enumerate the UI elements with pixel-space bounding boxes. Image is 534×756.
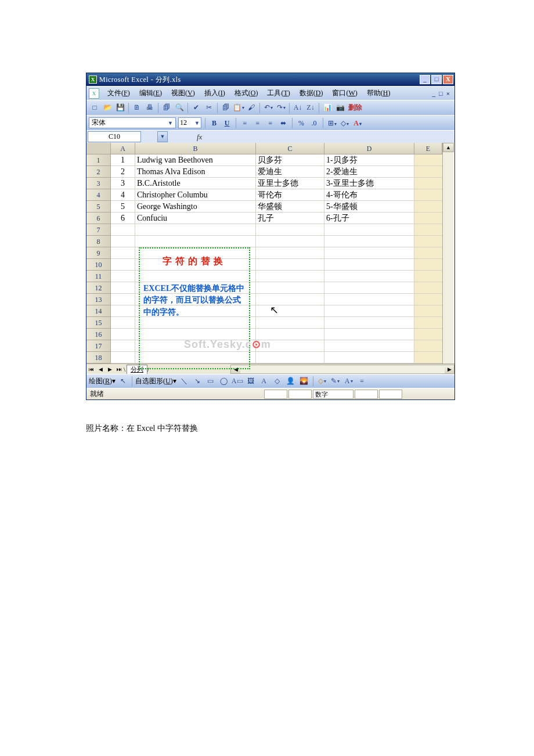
line-icon[interactable]: ＼ bbox=[178, 376, 190, 387]
menu-data[interactable]: 数据(D) bbox=[295, 87, 328, 99]
chart-icon[interactable]: 📊 bbox=[322, 102, 333, 114]
cell[interactable] bbox=[324, 236, 414, 247]
row-header[interactable]: 16 bbox=[86, 329, 111, 340]
row-header[interactable]: 15 bbox=[86, 317, 111, 329]
row-header[interactable]: 11 bbox=[86, 271, 111, 282]
cell[interactable]: 5 bbox=[111, 201, 135, 213]
insert-picture-icon[interactable]: 🖼 bbox=[245, 376, 257, 387]
arrow-icon[interactable]: ↘ bbox=[192, 376, 203, 387]
row-header[interactable]: 3 bbox=[86, 178, 111, 189]
scroll-right-icon[interactable]: ▶ bbox=[445, 365, 454, 373]
cell[interactable] bbox=[135, 317, 256, 329]
rectangle-icon[interactable]: ▭ bbox=[205, 376, 217, 387]
merge-center-button[interactable]: ⬌ bbox=[278, 118, 288, 128]
textbox-icon[interactable]: A▭ bbox=[232, 376, 243, 387]
cell[interactable] bbox=[135, 294, 256, 305]
cell[interactable] bbox=[414, 294, 442, 305]
cell[interactable] bbox=[256, 352, 324, 363]
cell[interactable] bbox=[324, 259, 414, 271]
cell[interactable] bbox=[135, 224, 256, 236]
fill-color-button[interactable]: ◇ bbox=[340, 118, 350, 128]
align-right-button[interactable]: ≡ bbox=[265, 118, 276, 128]
cell[interactable] bbox=[135, 282, 256, 294]
cell[interactable] bbox=[256, 259, 324, 271]
cell[interactable] bbox=[111, 247, 135, 259]
scroll-left-icon[interactable]: ◀ bbox=[231, 365, 240, 373]
scroll-up-icon[interactable]: ▲ bbox=[443, 143, 454, 152]
cell[interactable] bbox=[414, 166, 442, 178]
col-header-e[interactable]: E bbox=[414, 143, 442, 154]
close-button[interactable]: X bbox=[443, 75, 453, 84]
cell[interactable] bbox=[414, 352, 442, 363]
new-icon[interactable]: □ bbox=[89, 102, 100, 114]
align-left-button[interactable]: ≡ bbox=[240, 118, 250, 128]
cell[interactable] bbox=[414, 259, 442, 271]
col-header-a[interactable]: A bbox=[111, 143, 135, 154]
cell[interactable]: George Washingto bbox=[135, 201, 256, 213]
permission-icon[interactable]: 🗎 bbox=[131, 102, 143, 114]
sort-asc-icon[interactable]: A↓ bbox=[292, 102, 304, 114]
menu-tools[interactable]: 工具(T) bbox=[262, 87, 294, 99]
menu-view[interactable]: 视图(V) bbox=[167, 87, 200, 99]
cell[interactable] bbox=[111, 224, 135, 236]
cell[interactable] bbox=[324, 294, 414, 305]
cell[interactable] bbox=[256, 224, 324, 236]
cell[interactable] bbox=[324, 224, 414, 236]
cell[interactable] bbox=[111, 329, 135, 340]
cell[interactable]: Confuciu bbox=[135, 213, 256, 224]
row-header[interactable]: 2 bbox=[86, 166, 111, 178]
cut-icon[interactable]: ✂ bbox=[203, 102, 215, 114]
row-header[interactable]: 14 bbox=[86, 305, 111, 317]
cell[interactable]: 爱迪生 bbox=[256, 166, 324, 178]
spreadsheet-grid[interactable]: A B C D E ▲ 1 1 Ludwig van Beethoven 贝多芬… bbox=[86, 143, 454, 363]
clipart-icon[interactable]: 👤 bbox=[285, 376, 297, 387]
cell[interactable] bbox=[414, 317, 442, 329]
borders-button[interactable]: ⊞ bbox=[327, 118, 337, 128]
col-header-c[interactable]: C bbox=[256, 143, 324, 154]
wordart-icon[interactable]: A bbox=[258, 376, 270, 387]
copy-icon[interactable]: 🗐 bbox=[220, 102, 232, 114]
cell[interactable] bbox=[111, 340, 135, 352]
spelling-icon[interactable]: ✔ bbox=[190, 102, 202, 114]
cell[interactable] bbox=[414, 201, 442, 213]
tab-last-button[interactable]: ⏭ bbox=[114, 365, 124, 374]
fx-label[interactable]: fx bbox=[197, 132, 202, 142]
row-header[interactable]: 18 bbox=[86, 352, 111, 363]
picture-icon[interactable]: 🌄 bbox=[298, 376, 310, 387]
undo-icon[interactable]: ↶ bbox=[262, 102, 274, 114]
cell[interactable]: 6-孔子 bbox=[324, 213, 414, 224]
cell[interactable] bbox=[414, 154, 442, 166]
cell[interactable] bbox=[414, 224, 442, 236]
row-header[interactable]: 8 bbox=[86, 236, 111, 247]
cell[interactable] bbox=[135, 352, 256, 363]
cell[interactable] bbox=[324, 247, 414, 259]
cell[interactable] bbox=[135, 259, 256, 271]
cell[interactable]: 6 bbox=[111, 213, 135, 224]
cell[interactable]: 1-贝多芬 bbox=[324, 154, 414, 166]
mdi-close-button[interactable]: × bbox=[446, 90, 450, 97]
mdi-minimize-button[interactable]: _ bbox=[432, 90, 436, 97]
paste-icon[interactable]: 📋 bbox=[233, 102, 244, 114]
cell[interactable] bbox=[256, 317, 324, 329]
cell[interactable]: 3-亚里士多德 bbox=[324, 178, 414, 189]
cell[interactable] bbox=[414, 189, 442, 201]
cell[interactable]: 2 bbox=[111, 166, 135, 178]
row-header[interactable]: 4 bbox=[86, 189, 111, 201]
row-header[interactable]: 1 bbox=[86, 154, 111, 166]
save-icon[interactable]: 💾 bbox=[114, 102, 126, 114]
cell[interactable]: 3 bbox=[111, 178, 135, 189]
cell[interactable]: 贝多芬 bbox=[256, 154, 324, 166]
minimize-button[interactable]: _ bbox=[420, 75, 430, 84]
select-objects-icon[interactable]: ↖ bbox=[117, 376, 129, 387]
name-box-dropdown[interactable]: ▼ bbox=[157, 131, 168, 142]
cell[interactable] bbox=[111, 236, 135, 247]
tab-next-button[interactable]: ▶ bbox=[105, 365, 114, 374]
cell[interactable] bbox=[256, 271, 324, 282]
cell[interactable] bbox=[414, 247, 442, 259]
cell[interactable] bbox=[256, 305, 324, 317]
cell[interactable] bbox=[111, 352, 135, 363]
increase-decimal-button[interactable]: .0 bbox=[309, 118, 319, 128]
cell[interactable] bbox=[256, 236, 324, 247]
cell[interactable] bbox=[414, 213, 442, 224]
font-color-button[interactable]: A bbox=[352, 118, 363, 128]
